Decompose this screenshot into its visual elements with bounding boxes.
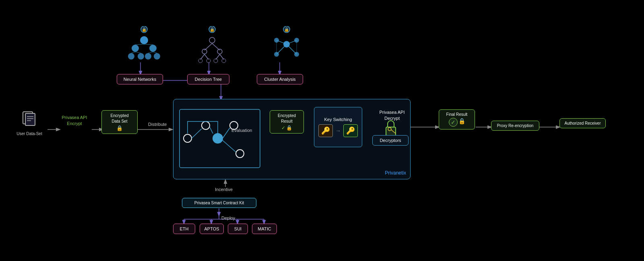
enc-result-label: Encrypted Result xyxy=(278,113,296,124)
cluster-analysis-box: Cluster Analysis xyxy=(257,74,303,84)
auth-receiver-label: Authorized Receiver xyxy=(564,121,601,125)
final-lock-icon: 🔒 xyxy=(458,118,465,127)
incentive-label: Incentive xyxy=(215,187,233,192)
decryptors-box: Decryptors xyxy=(372,135,409,146)
svg-line-70 xyxy=(287,44,297,54)
arrow-icon: → xyxy=(335,127,341,134)
aptos-label: APTOS xyxy=(204,226,219,231)
svg-line-81 xyxy=(223,128,230,138)
svg-line-80 xyxy=(210,127,213,134)
svg-line-82 xyxy=(223,140,236,152)
check-icon: ✓ xyxy=(281,125,285,131)
svg-line-41 xyxy=(131,52,135,53)
encrypted-result-box: Encrypted Result ✓ 🔒 xyxy=(270,110,304,134)
smart-contract-label: Privasea Smart Contract Kit xyxy=(194,201,244,205)
lock-icon-result: 🔒 xyxy=(286,125,292,131)
matic-box: MATIC xyxy=(252,224,277,234)
proxy-reencryption-box: Proxy Re-encryption xyxy=(491,121,539,131)
lock-icon: 🔒 xyxy=(116,125,123,131)
svg-point-36 xyxy=(138,53,144,60)
svg-point-47 xyxy=(209,37,215,43)
cluster-analysis-label: Cluster Analysis xyxy=(264,77,295,82)
api-encrypt-label: Privasea API Encrypt xyxy=(58,115,91,127)
svg-text:🔒: 🔒 xyxy=(210,27,215,32)
decryptors-label: Decryptors xyxy=(380,138,401,143)
authorized-receiver-box: Authorized Receiver xyxy=(559,118,606,128)
key-switching-box: Key Switching 🔑 → 🔑 xyxy=(314,107,362,147)
final-result-label: Final Result xyxy=(446,112,468,117)
svg-point-38 xyxy=(154,53,160,60)
decision-tree-label: Decision Tree xyxy=(195,77,222,82)
cluster-analysis-icon: 🔒 xyxy=(270,26,303,64)
final-badges: ✓ 🔒 xyxy=(449,118,465,127)
user-dataset-box: User Data-Set xyxy=(11,109,47,138)
result-badges: ✓ 🔒 xyxy=(281,125,292,131)
proxy-reenc-label: Proxy Re-encryption xyxy=(497,123,534,128)
svg-line-44 xyxy=(153,52,157,53)
svg-line-39 xyxy=(135,44,144,45)
svg-point-33 xyxy=(132,45,139,52)
smart-contract-box: Privasea Smart Contract Kit xyxy=(182,198,256,208)
eth-label: ETH xyxy=(180,226,189,231)
key-switch-visual: 🔑 → 🔑 xyxy=(318,124,358,137)
final-check-icon: ✓ xyxy=(449,118,458,127)
decision-tree-box: Decision Tree xyxy=(187,74,229,84)
user-dataset-label: User Data-Set xyxy=(17,132,42,136)
svg-point-76 xyxy=(213,134,223,143)
svg-point-34 xyxy=(149,45,157,52)
svg-line-43 xyxy=(148,52,153,53)
svg-text:🔒: 🔒 xyxy=(284,27,289,32)
svg-line-40 xyxy=(144,44,153,45)
svg-text:🔒: 🔒 xyxy=(142,27,147,32)
neural-networks-label: Neural Networks xyxy=(124,77,156,82)
svg-line-69 xyxy=(277,44,287,54)
sui-box: SUI xyxy=(228,224,248,234)
privanetix-label: Privanetix xyxy=(385,170,406,176)
svg-point-35 xyxy=(128,53,134,60)
deploy-label: Deploy xyxy=(221,216,235,220)
enc-dataset-label: Encrypted Data Set xyxy=(110,113,128,124)
svg-point-37 xyxy=(145,53,151,60)
key-icon-left: 🔑 xyxy=(318,124,333,137)
svg-point-32 xyxy=(140,36,148,44)
svg-line-42 xyxy=(135,52,141,53)
evaluation-label: Evaluation xyxy=(231,128,252,133)
main-diagram: User Data-Set Privasea API Encrypt Encry… xyxy=(0,0,644,261)
svg-point-74 xyxy=(184,134,192,142)
final-result-box: Final Result ✓ 🔒 xyxy=(439,109,475,129)
distribute-label: Distribute xyxy=(148,122,167,127)
key-icon-right: 🔑 xyxy=(343,124,358,137)
matic-label: MATIC xyxy=(258,226,271,231)
encrypted-dataset-box: Encrypted Data Set 🔒 xyxy=(101,110,138,134)
sui-label: SUI xyxy=(234,226,242,231)
aptos-box: APTOS xyxy=(200,224,224,234)
neural-network-icon: 🔒 xyxy=(128,26,160,64)
decision-tree-icon: 🔒 xyxy=(197,26,227,66)
svg-rect-26 xyxy=(25,113,35,125)
eth-box: ETH xyxy=(173,224,195,234)
svg-line-79 xyxy=(192,129,202,138)
svg-point-78 xyxy=(236,150,244,158)
svg-point-75 xyxy=(202,121,210,129)
neural-networks-box: Neural Networks xyxy=(117,74,163,84)
svg-point-51 xyxy=(217,49,222,54)
key-switching-label: Key Switching xyxy=(324,117,352,122)
document-icon xyxy=(22,111,37,130)
svg-point-50 xyxy=(202,49,207,54)
